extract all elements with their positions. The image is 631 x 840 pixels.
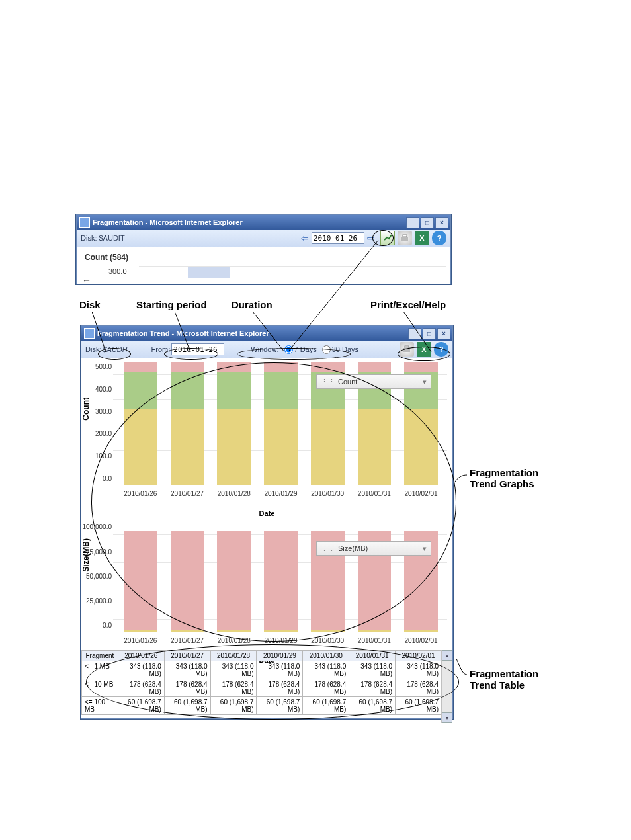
- from-label: From:: [151, 345, 171, 353]
- annot-print-excel-help: Print/Excel/Help: [370, 299, 446, 310]
- table-header: 2010/01/28: [210, 651, 257, 661]
- window-label: Window:: [251, 345, 278, 353]
- help-icon[interactable]: ?: [432, 231, 446, 245]
- title-text: Fragmentation Trend - Microsoft Internet…: [97, 329, 269, 337]
- table-row: <= 1 MB343 (118.0 MB)343 (118.0 MB)343 (…: [82, 661, 442, 679]
- back-arrow-icon: ←: [82, 275, 91, 286]
- maximize-button[interactable]: □: [421, 217, 434, 228]
- count-trend-chart: Count 0.0100.0200.0300.0400.0500.0 2010/…: [87, 362, 447, 501]
- table-header: Fragment: [82, 651, 118, 661]
- legend-size[interactable]: ⋮⋮Size(MB)▾: [316, 541, 431, 556]
- annot-frag-graphs: FragmentationTrend Graphs: [470, 467, 538, 489]
- annot-duration: Duration: [231, 299, 273, 310]
- svg-rect-3: [405, 346, 409, 348]
- help-icon[interactable]: ?: [434, 342, 448, 357]
- mini-bar: [188, 266, 230, 278]
- svg-rect-1: [403, 235, 407, 237]
- fragmentation-trend-table: Fragment2010/01/262010/01/272010/01/2820…: [81, 650, 442, 715]
- print-icon[interactable]: [398, 231, 412, 245]
- table-header: 2010/01/26: [118, 651, 164, 661]
- disk-label: Disk: $AUDIT: [81, 234, 125, 242]
- gridline: [139, 266, 446, 267]
- ie-icon: [79, 217, 90, 228]
- close-button[interactable]: ×: [437, 328, 450, 339]
- maximize-button[interactable]: □: [423, 328, 436, 339]
- date-input[interactable]: [312, 232, 364, 244]
- excel-icon[interactable]: X: [415, 231, 429, 245]
- prev-date-button[interactable]: ⇦: [298, 233, 312, 243]
- disk-label: Disk:: [85, 345, 101, 353]
- next-date-button[interactable]: ⇨: [364, 233, 378, 243]
- table-row: <= 100 MB60 (1,698.7 MB)60 (1,698.7 MB)6…: [82, 697, 442, 715]
- radio-7days-label: 7 Days: [294, 345, 317, 353]
- annot-disk: Disk: [79, 299, 101, 310]
- size-trend-chart: Size(MB) 0.025,000.050,000.075,000.0100,…: [87, 529, 447, 648]
- excel-icon[interactable]: X: [417, 342, 431, 357]
- toolbar-fragmentation: Disk: $AUDIT ⇦ ⇨ X ?: [77, 230, 450, 247]
- ie-icon: [84, 328, 95, 339]
- print-icon[interactable]: [400, 342, 414, 357]
- table-header: 2010/01/30: [303, 651, 349, 661]
- scroll-up-button[interactable]: ▴: [442, 650, 452, 661]
- radio-7days[interactable]: [284, 345, 293, 354]
- minimize-button[interactable]: _: [406, 217, 419, 228]
- table-header: 2010/02/01: [396, 651, 442, 661]
- title-text: Fragmentation - Microsoft Internet Explo…: [93, 218, 243, 226]
- radio-30days[interactable]: [322, 345, 331, 354]
- from-input[interactable]: [171, 343, 224, 355]
- trend-icon[interactable]: [380, 231, 395, 245]
- toolbar-trend: Disk: $AUDIT From: Window: 7 Days 30 Day…: [81, 341, 452, 358]
- svg-rect-0: [401, 237, 408, 241]
- legend-count[interactable]: ⋮⋮Count▾: [316, 374, 431, 389]
- annot-starting-period: Starting period: [136, 299, 207, 310]
- scrollbar-vertical[interactable]: ▴ ▾: [441, 650, 452, 723]
- titlebar-fragmentation: Fragmentation - Microsoft Internet Explo…: [77, 215, 450, 230]
- close-button[interactable]: ×: [435, 217, 448, 228]
- y-tick: 300.0: [108, 267, 127, 275]
- disk-value: $AUDIT: [103, 345, 128, 353]
- scroll-down-button[interactable]: ▾: [442, 712, 452, 723]
- count-chart-title: Count (584): [77, 247, 450, 267]
- window-fragmentation: Fragmentation - Microsoft Internet Explo…: [76, 214, 451, 284]
- table-header: 2010/01/31: [349, 651, 396, 661]
- minimize-button[interactable]: _: [408, 328, 421, 339]
- titlebar-trend: Fragmentation Trend - Microsoft Internet…: [81, 326, 452, 341]
- window-fragmentation-trend: Fragmentation Trend - Microsoft Internet…: [81, 325, 453, 719]
- table-row: <= 10 MB178 (628.4 MB)178 (628.4 MB)178 …: [82, 679, 442, 697]
- annot-frag-table: FragmentationTrend Table: [470, 668, 538, 691]
- svg-rect-2: [403, 348, 410, 352]
- table-header: 2010/01/29: [257, 651, 303, 661]
- table-header: 2010/01/27: [164, 651, 210, 661]
- x-axis-label: Date: [87, 508, 447, 523]
- radio-30days-label: 30 Days: [332, 345, 358, 353]
- fragmentation-trend-table-container: Fragment2010/01/262010/01/272010/01/2820…: [81, 650, 452, 723]
